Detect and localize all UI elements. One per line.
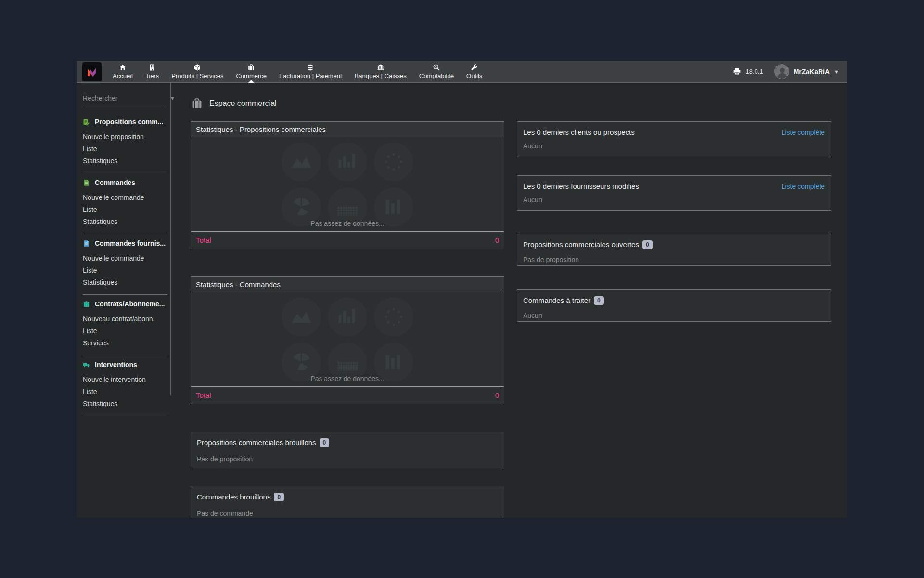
last-clients-box: Les 0 derniers clients ou prospects List… (517, 121, 831, 157)
bank-icon (377, 64, 385, 71)
nav-item-label: Facturation | Paiement (279, 72, 342, 79)
search-input[interactable] (83, 94, 170, 102)
draft-box-title-text: Commandes brouillons (197, 493, 270, 501)
box-body: Aucun (523, 196, 825, 204)
chart-placeholder-icon (282, 297, 321, 337)
sidebar-item-liste-interventions[interactable]: Liste (83, 386, 168, 398)
draft-box-body: Pas de commande (197, 510, 498, 517)
total-value: 0 (495, 391, 499, 399)
main-content: Espace commercial Statistiques - Proposi… (171, 83, 847, 518)
nav-item-facturation-paiement[interactable]: Facturation | Paiement (273, 61, 348, 83)
chart-placeholder-area: Pas assez de données... (191, 137, 504, 231)
draft-commandes-box: Commandes brouillons0 Pas de commande (191, 486, 504, 518)
box-title-text: Commandes à traiter (523, 296, 590, 304)
sidebar-menu: Propositions comm... Nouvelle propositio… (83, 118, 168, 416)
chevron-down-icon[interactable]: ▼ (834, 69, 839, 75)
total-label: Total (196, 391, 211, 399)
total-row: Total 0 (191, 386, 504, 404)
building-icon (148, 64, 156, 71)
sidebar-section-commandes[interactable]: Commandes (83, 179, 168, 186)
full-list-link[interactable]: Liste complète (782, 183, 825, 190)
coins-icon (307, 64, 314, 71)
nav-item-accueil[interactable]: Accueil (106, 61, 139, 83)
nav-item-outils[interactable]: Outils (460, 61, 488, 83)
nav-item-label: Commerce (236, 72, 267, 79)
page-title: Espace commercial (191, 97, 831, 110)
nav-item-tiers[interactable]: Tiers (139, 61, 165, 83)
sidebar-item-liste-contrats[interactable]: Liste (83, 325, 168, 337)
stats-box-header: Statistiques - Commandes (191, 277, 504, 292)
chart-placeholder-icon (374, 297, 413, 337)
nav-item-comptabilite[interactable]: € Comptabilité (413, 61, 460, 83)
search-combobox[interactable]: ▼ (83, 94, 164, 105)
total-value: 0 (495, 236, 499, 244)
navbar-right-group: 18.0.1 MrZaKaRiA ▼ (733, 64, 847, 79)
dolibarr-logo[interactable] (82, 62, 102, 81)
truck-icon (83, 361, 90, 368)
menu-divider (83, 294, 167, 295)
draft-propositions-box: Propositions commerciales brouillons0 Pa… (191, 432, 504, 469)
section-title: Commandes fournis... (95, 239, 166, 247)
sidebar-item-statistiques-interventions[interactable]: Statistiques (83, 398, 168, 410)
printer-icon[interactable] (733, 67, 741, 76)
nav-item-label: Produits | Services (171, 72, 223, 79)
nav-item-label: Comptabilité (419, 72, 454, 79)
section-title: Contrats/Abonneme... (95, 300, 165, 308)
stats-box-header: Statistiques - Propositions commerciales (191, 122, 504, 137)
username-label[interactable]: MrZaKaRiA (794, 68, 830, 76)
chart-placeholder-icon (282, 142, 321, 182)
logo-m-icon (85, 65, 99, 79)
count-badge: 0 (642, 240, 653, 249)
sidebar-section-interventions[interactable]: Interventions (83, 361, 168, 368)
nav-item-label: Accueil (113, 72, 133, 79)
nav-item-banques-caisses[interactable]: Banques | Caisses (348, 61, 413, 83)
total-row: Total 0 (191, 231, 504, 249)
sidebar-section-propositions[interactable]: Propositions comm... (83, 118, 168, 126)
sidebar-item-statistiques-commandes[interactable]: Statistiques (83, 216, 168, 228)
commerce-briefcase-icon (191, 97, 203, 110)
sidebar-section-commandes-fournisseurs[interactable]: Commandes fournis... (83, 239, 168, 247)
sidebar-item-liste-commandes[interactable]: Liste (83, 204, 168, 216)
magnifier-euro-icon: € (433, 64, 440, 71)
sidebar-item-liste-propositions[interactable]: Liste (83, 143, 168, 155)
proposal-pen-icon (83, 118, 90, 126)
box-title: Les 0 derniers fournisseurs modifiés (523, 182, 639, 190)
nav-item-produits-services[interactable]: Produits | Services (165, 61, 230, 83)
sidebar-item-nouvelle-commande[interactable]: Nouvelle commande (83, 192, 168, 204)
sidebar-section-contrats[interactable]: Contrats/Abonneme... (83, 300, 168, 308)
avatar[interactable] (774, 64, 789, 79)
draft-box-title-text: Propositions commerciales brouillons (197, 438, 316, 447)
sidebar-item-services-contrats[interactable]: Services (83, 337, 168, 349)
nav-item-commerce[interactable]: Commerce (230, 61, 273, 83)
sidebar-item-nouvelle-proposition[interactable]: Nouvelle proposition (83, 131, 168, 143)
sidebar-item-nouvelle-commande-fournisseur[interactable]: Nouvelle commande (83, 252, 168, 264)
menu-divider (83, 173, 167, 173)
sidebar-item-nouvelle-intervention[interactable]: Nouvelle intervention (83, 374, 168, 386)
orders-to-process-box: Commandes à traiter0 Aucun (517, 289, 831, 322)
app-window: Accueil Tiers Produits | Services Commer… (77, 61, 847, 518)
box-body: Aucun (523, 312, 825, 319)
nav-item-label: Banques | Caisses (355, 72, 407, 79)
menu-divider (83, 416, 167, 416)
count-badge: 0 (320, 438, 330, 447)
box-body: Pas de proposition (523, 256, 825, 263)
svg-text:€: € (435, 65, 437, 68)
sidebar-item-nouveau-contrat[interactable]: Nouveau contrat/abonn. (83, 313, 168, 325)
left-sidebar: ▼ Propositions comm... Nouvelle proposit… (77, 83, 171, 518)
cube-icon (193, 64, 201, 71)
last-suppliers-box: Les 0 derniers fournisseurs modifiés Lis… (517, 175, 831, 211)
full-list-link[interactable]: Liste complète (782, 129, 825, 136)
nav-item-label: Tiers (145, 72, 159, 79)
draft-box-title: Propositions commerciales brouillons0 (197, 438, 498, 447)
sidebar-item-liste-commandes-fournisseurs[interactable]: Liste (83, 264, 168, 276)
version-label: 18.0.1 (745, 68, 763, 75)
box-body: Aucun (523, 142, 825, 150)
contract-briefcase-icon (83, 301, 90, 308)
draft-box-title: Commandes brouillons0 (197, 493, 498, 501)
search-caret-icon[interactable]: ▼ (170, 95, 176, 101)
count-badge: 0 (274, 493, 284, 501)
sidebar-item-statistiques-propositions[interactable]: Statistiques (83, 155, 168, 167)
sidebar-item-statistiques-commandes-fournisseurs[interactable]: Statistiques (83, 276, 168, 289)
section-title: Interventions (95, 361, 137, 368)
stats-box-propositions: Statistiques - Propositions commerciales (191, 121, 504, 249)
